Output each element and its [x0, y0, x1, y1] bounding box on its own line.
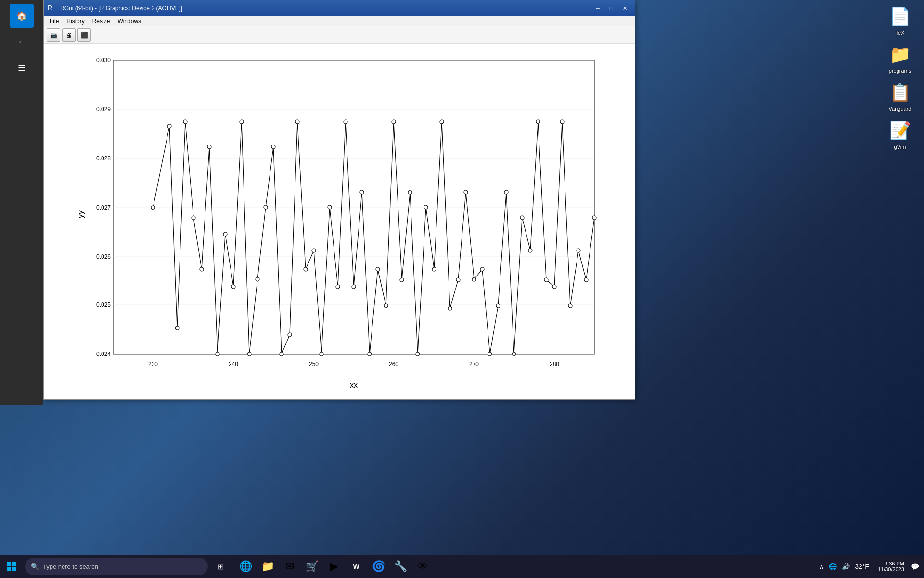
- graph-area: yy xx: [44, 44, 635, 399]
- svg-point-56: [424, 205, 428, 209]
- svg-point-36: [264, 205, 268, 209]
- svg-rect-80: [7, 567, 11, 571]
- desktop-icons-area: 📄 TeX 📁 programs 📋 Vanguard 📝 gVim: [881, 5, 919, 150]
- taskbar-search[interactable]: 🔍 Type here to search: [25, 558, 208, 575]
- menu-windows[interactable]: Windows: [114, 17, 145, 26]
- svg-point-32: [231, 285, 235, 289]
- svg-text:0.024: 0.024: [96, 351, 111, 357]
- tex-icon-label: TeX: [896, 30, 905, 36]
- svg-point-49: [368, 352, 372, 356]
- tex-icon[interactable]: 📄 TeX: [881, 5, 919, 36]
- svg-point-31: [223, 232, 227, 236]
- svg-point-48: [360, 190, 364, 194]
- tray-chevron[interactable]: ∧: [818, 562, 825, 571]
- menu-resize[interactable]: Resize: [89, 17, 114, 26]
- menu-history[interactable]: History: [63, 17, 88, 26]
- svg-point-68: [520, 216, 524, 220]
- taskbar-fileexplorer[interactable]: 📁: [257, 556, 278, 577]
- svg-point-28: [200, 267, 204, 271]
- svg-point-70: [536, 120, 540, 124]
- svg-point-77: [592, 216, 596, 220]
- taskbar-youtube[interactable]: ▶: [323, 556, 345, 577]
- svg-point-25: [175, 326, 179, 330]
- svg-point-73: [560, 120, 564, 124]
- svg-point-35: [256, 277, 259, 281]
- menu-file[interactable]: File: [46, 17, 63, 26]
- svg-point-40: [295, 120, 299, 124]
- plot-svg: yy xx: [75, 51, 604, 393]
- start-button[interactable]: [0, 555, 23, 578]
- svg-point-61: [464, 190, 468, 194]
- svg-point-75: [577, 249, 580, 252]
- taskbar-apps: 🌐 📁 ✉ 🛒 ▶ W 🌀 🔧 👁: [235, 556, 433, 577]
- svg-point-38: [280, 352, 283, 356]
- taskbar-wikipedia[interactable]: W: [346, 556, 367, 577]
- search-icon: 🔍: [31, 563, 39, 570]
- taskbar-mail[interactable]: ✉: [279, 556, 300, 577]
- svg-point-44: [328, 205, 332, 209]
- svg-point-58: [440, 120, 444, 124]
- taskbar-app1[interactable]: 🌀: [368, 556, 389, 577]
- svg-point-64: [488, 352, 492, 356]
- svg-point-62: [472, 277, 476, 281]
- svg-point-42: [312, 249, 316, 252]
- programs-icon[interactable]: 📁 programs: [881, 43, 919, 74]
- window-title: RGui (64-bit) - [R Graphics: Device 2 (A…: [60, 5, 588, 12]
- rgui-window: R RGui (64-bit) - [R Graphics: Device 2 …: [43, 0, 635, 400]
- taskbar-app3[interactable]: 👁: [412, 556, 433, 577]
- tray-notification[interactable]: 💬: [910, 562, 920, 571]
- task-view-button[interactable]: ⊞: [210, 556, 231, 577]
- svg-rect-2: [113, 60, 594, 354]
- svg-point-41: [304, 267, 308, 271]
- gvim-icon[interactable]: 📝 gVim: [881, 119, 919, 150]
- rgui-window-icon: R: [48, 4, 56, 13]
- svg-point-30: [216, 352, 219, 356]
- svg-point-65: [496, 304, 500, 308]
- toolbar-other-button[interactable]: ⬛: [77, 28, 91, 42]
- desktop: 📄 TeX 📁 programs 📋 Vanguard 📝 gVim 🏠 ← ☰…: [0, 0, 924, 578]
- toolbar-print-button[interactable]: 🖨: [62, 28, 76, 42]
- close-button[interactable]: ✕: [618, 3, 631, 13]
- svg-text:xx: xx: [350, 381, 358, 389]
- tray-volume[interactable]: 🔊: [841, 562, 851, 571]
- svg-point-52: [392, 120, 396, 124]
- svg-point-74: [568, 304, 572, 308]
- svg-point-29: [207, 145, 211, 149]
- system-tray-icons: ∧ 🌐 🔊 32°F: [816, 562, 872, 571]
- sidebar-home[interactable]: 🏠: [10, 4, 34, 28]
- taskbar-system-tray: ∧ 🌐 🔊 32°F 9:36 PM 11/30/2023 💬: [816, 561, 924, 572]
- svg-point-50: [376, 267, 380, 271]
- svg-text:0.027: 0.027: [96, 204, 111, 211]
- svg-point-43: [320, 352, 323, 356]
- svg-point-46: [344, 120, 347, 124]
- svg-point-76: [584, 278, 588, 282]
- svg-point-57: [432, 267, 436, 271]
- svg-point-72: [552, 285, 556, 289]
- svg-point-33: [240, 120, 244, 124]
- taskbar-edge[interactable]: 🌐: [235, 556, 256, 577]
- sidebar-menu[interactable]: ☰: [10, 56, 34, 80]
- sidebar-back[interactable]: ←: [10, 30, 34, 54]
- window-toolbar: 📷 🖨 ⬛: [44, 26, 635, 44]
- svg-point-54: [408, 190, 412, 194]
- window-menubar: File History Resize Windows: [44, 16, 635, 26]
- taskbar-app2[interactable]: 🔧: [390, 556, 411, 577]
- vanguard-icon[interactable]: 📋 Vanguard: [881, 81, 919, 112]
- tray-network[interactable]: 🌐: [828, 562, 838, 571]
- tray-temperature[interactable]: 32°F: [854, 562, 870, 571]
- svg-point-47: [352, 285, 356, 289]
- svg-point-63: [480, 267, 484, 271]
- taskbar-amazon[interactable]: 🛒: [301, 556, 322, 577]
- svg-point-39: [288, 333, 292, 337]
- gvim-icon-label: gVim: [894, 144, 906, 150]
- taskbar-time[interactable]: 9:36 PM 11/30/2023: [874, 561, 908, 572]
- svg-text:0.030: 0.030: [96, 57, 111, 64]
- maximize-button[interactable]: □: [605, 3, 617, 13]
- toolbar-save-button[interactable]: 📷: [47, 28, 60, 42]
- svg-text:0.028: 0.028: [96, 155, 111, 162]
- svg-text:0.026: 0.026: [96, 253, 111, 260]
- svg-text:260: 260: [389, 361, 398, 368]
- svg-text:280: 280: [550, 361, 559, 368]
- svg-text:230: 230: [148, 361, 158, 368]
- minimize-button[interactable]: ─: [591, 3, 604, 13]
